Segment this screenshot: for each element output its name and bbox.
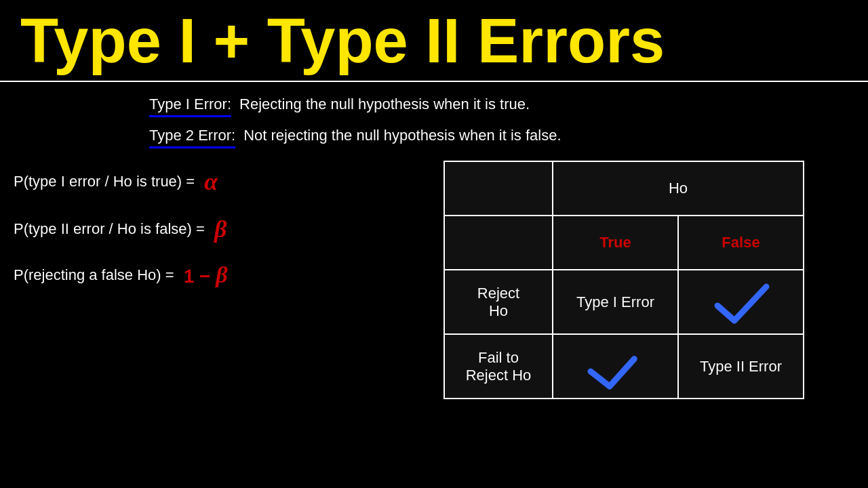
type2-error-text: Not rejecting the null hypothesis when i… — [243, 127, 561, 144]
main-title: Type I + Type II Errors — [20, 7, 848, 75]
table-cell-empty-mid-left — [444, 216, 553, 270]
prob-row-one-minus-beta: P(rejecting a false Ho) = 1 − β — [14, 262, 393, 288]
type1-error-text: Rejecting the null hypothesis when it is… — [239, 96, 530, 113]
table-row-fail-reject: Fail toReject Ho Type II Error — [444, 334, 804, 399]
definition-row-1: Type I Error: Rejecting the null hypothe… — [149, 96, 868, 116]
table-row-reject: RejectHo Type I Error — [444, 270, 804, 334]
table-subheader-row: True False — [444, 216, 804, 270]
content-area: P(type I error / Ho is true) = α P(type … — [0, 161, 868, 399]
reject-ho-text: RejectHo — [477, 285, 519, 319]
table-cell-true: True — [553, 216, 678, 270]
alpha-symbol: α — [204, 167, 218, 196]
left-panel: P(type I error / Ho is true) = α P(type … — [14, 161, 393, 399]
type2-error-label: Type 2 Error: — [149, 127, 235, 147]
title-divider — [0, 81, 868, 82]
checkmark-reject-icon — [711, 279, 772, 326]
type1-error-label: Type I Error: — [149, 96, 231, 116]
table-header-row: Ho — [444, 161, 804, 216]
prob-beta-text: P(type II error / Ho is false) = — [14, 220, 209, 238]
table-cell-empty-top-left — [444, 161, 553, 216]
table-cell-correct-reject — [678, 270, 804, 334]
title-section: Type I + Type II Errors — [0, 0, 868, 75]
prob-power-text: P(rejecting a false Ho) = — [14, 266, 178, 284]
table-cell-reject-ho-label: RejectHo — [444, 270, 553, 334]
table-cell-correct-fail — [553, 334, 678, 399]
one-minus-beta-symbol: 1 − β — [184, 262, 228, 288]
error-table: Ho True False RejectHo Type I Error — [443, 161, 804, 399]
prob-row-beta: P(type II error / Ho is false) = β — [14, 215, 393, 243]
prob-row-alpha: P(type I error / Ho is true) = α — [14, 167, 393, 196]
table-area: Ho True False RejectHo Type I Error — [393, 161, 854, 399]
table-cell-fail-reject-label: Fail toReject Ho — [444, 334, 553, 399]
table-cell-ho-header: Ho — [553, 161, 804, 216]
checkmark-fail-icon — [585, 343, 646, 390]
prob-alpha-text: P(type I error / Ho is true) = — [14, 173, 199, 190]
table-cell-type1-error: Type I Error — [553, 270, 678, 334]
definition-row-2: Type 2 Error: Not rejecting the null hyp… — [149, 127, 868, 147]
beta-symbol: β — [214, 215, 226, 243]
fail-reject-ho-text: Fail toReject Ho — [466, 349, 532, 384]
definitions-section: Type I Error: Rejecting the null hypothe… — [0, 96, 868, 147]
table-cell-type2-error: Type II Error — [678, 334, 804, 399]
table-cell-false: False — [678, 216, 804, 270]
